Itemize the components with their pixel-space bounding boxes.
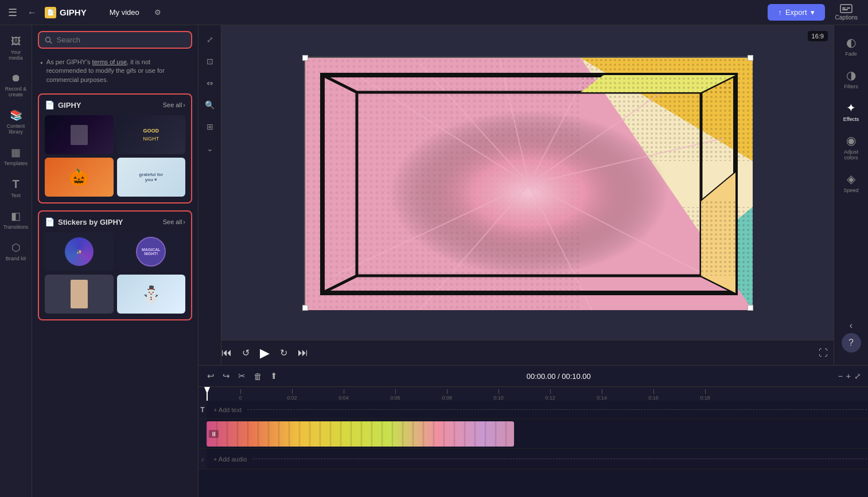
canvas-tools: ⤢ ⊡ ⇔ 🔍 ⊞ ⌄ — [198, 25, 221, 365]
list-item[interactable]: ✨ — [45, 232, 114, 271]
stickers-see-all[interactable]: See all › — [163, 218, 185, 225]
speed-tool[interactable]: ◈ Speed — [835, 167, 867, 198]
app-logo: 📄 GIPHY — [45, 7, 87, 18]
audio-track: ♪ + Add audio — [198, 449, 868, 469]
list-item[interactable]: grateful foryou ♥ — [117, 158, 186, 197]
zoom-tool[interactable]: 🔍 — [201, 96, 219, 114]
sidebar-item-content-library[interactable]: 📚 Contentlibrary — [1, 104, 31, 139]
svg-rect-3 — [847, 7, 850, 9]
ruler-mark-10: 0:10 — [473, 389, 524, 401]
sidebar-label-templates: Templates — [4, 161, 28, 166]
video-track-label — [198, 419, 207, 448]
timeline-time-display: 00:00.00 / 00:10.00 — [284, 372, 834, 381]
filters-tool[interactable]: ◑ Filters — [835, 64, 867, 94]
sidebar-item-text[interactable]: T Text — [1, 173, 31, 203]
add-text-button[interactable]: + Add text — [208, 406, 242, 413]
video-track: ⏸ — [198, 419, 868, 449]
upload-clip-button[interactable]: ⬆ — [268, 369, 279, 383]
fade-tool[interactable]: ◐ Fade — [835, 31, 867, 61]
fullscreen-button[interactable]: ⛶ — [819, 348, 828, 358]
resize-handle-br[interactable] — [748, 305, 753, 311]
panel-notice: ● As per GIPHY's terms of use, it is not… — [32, 54, 198, 91]
rewind-button[interactable]: ↺ — [242, 347, 250, 358]
canvas-container: 16:9 ⏮ ↺ ▶ ↻ ⏭ ⛶ — [221, 25, 834, 365]
resize-handle-tl[interactable] — [302, 55, 308, 61]
giphy-see-all[interactable]: See all › — [163, 101, 185, 108]
video-clip[interactable]: ⏸ — [207, 421, 514, 447]
flip-tool[interactable]: ⇔ — [201, 75, 219, 92]
skip-back-button[interactable]: ⏮ — [221, 347, 232, 359]
canvas-area: 16:9 — [221, 25, 834, 340]
tab-my-video[interactable]: My video — [104, 6, 145, 19]
sidebar-item-brand-kit[interactable]: ⬡ Brand kit — [1, 237, 31, 266]
list-item[interactable]: ⛄ — [117, 275, 186, 314]
resize-handle-tr[interactable] — [748, 55, 753, 61]
collapse-button[interactable]: ‹ — [850, 320, 853, 331]
ruler-mark-04: 0:04 — [318, 389, 369, 401]
list-item[interactable] — [45, 115, 114, 154]
ruler-mark-14: 0:14 — [576, 389, 628, 401]
giphy-title-text: GIPHY — [58, 101, 81, 109]
canvas-frame[interactable] — [304, 57, 752, 309]
list-item[interactable]: GOOD NIGHT — [117, 115, 186, 154]
transitions-icon: ◧ — [11, 210, 21, 222]
list-item[interactable]: MAGICALNIGHT! — [117, 232, 186, 271]
play-button[interactable]: ▶ — [260, 346, 270, 361]
cut-button[interactable]: ✂ — [236, 369, 247, 383]
skip-forward-button[interactable]: ⏭ — [298, 347, 308, 359]
add-audio-button[interactable]: + Add audio — [208, 456, 247, 463]
undo-button[interactable]: ↩ — [205, 369, 216, 383]
redo-button[interactable]: ↪ — [221, 369, 232, 383]
delete-button[interactable]: 🗑 — [252, 370, 264, 383]
record-icon: ⏺ — [11, 72, 21, 84]
sidebar-item-transitions[interactable]: ◧ Transitions — [1, 205, 31, 234]
effects-tool[interactable]: ✦ Effects — [835, 96, 867, 127]
left-sidebar: 🖼 Your media ⏺ Record &create 📚 Contentl… — [0, 25, 32, 497]
down-tool[interactable]: ⌄ — [201, 140, 219, 157]
search-input[interactable] — [57, 36, 185, 44]
adjust-colors-tool[interactable]: ◉ Adjust colors — [835, 129, 867, 165]
zoom-in-button[interactable]: + — [846, 371, 851, 381]
export-button[interactable]: ↑ Export ▾ — [768, 4, 824, 21]
crop-tool[interactable]: ⊡ — [201, 53, 219, 70]
list-item[interactable] — [45, 275, 114, 314]
sidebar-item-your-media[interactable]: 🖼 Your media — [1, 31, 31, 65]
sidebar-label-text: Text — [11, 193, 21, 198]
forward-button[interactable]: ↻ — [280, 347, 287, 358]
sidebar-item-templates[interactable]: ▦ Templates — [1, 142, 31, 171]
ruler-mark-08: 0:08 — [421, 389, 473, 401]
help-button[interactable]: ? — [842, 333, 861, 353]
content-library-icon: 📚 — [10, 109, 22, 122]
stickers-title-icon: 📄 — [45, 217, 55, 226]
ruler-mark-18: 0:18 — [679, 389, 731, 401]
timeline-area: ↩ ↪ ✂ 🗑 ⬆ 00:00.00 / 00:10.00 − + ⤢ — [198, 365, 868, 497]
back-button[interactable]: ← — [25, 5, 39, 20]
resize-handle-bl[interactable] — [302, 305, 308, 311]
aspect-ratio-badge: 16:9 — [808, 31, 828, 41]
captions-button[interactable]: Captions — [831, 2, 862, 23]
expand-tool[interactable]: ⤢ — [201, 31, 219, 48]
expand-timeline-button[interactable]: ⤢ — [854, 371, 861, 381]
timeline-toolbar: ↩ ↪ ✂ 🗑 ⬆ 00:00.00 / 00:10.00 − + ⤢ — [198, 366, 868, 387]
list-item[interactable]: 🎃 — [45, 158, 114, 197]
search-container — [38, 31, 192, 49]
filters-label: Filters — [844, 84, 858, 89]
speed-label: Speed — [843, 187, 858, 193]
menu-icon[interactable]: ☰ — [6, 4, 20, 21]
sidebar-label-record: Record &create — [5, 86, 27, 97]
playback-controls: ⏮ ↺ ▶ ↻ ⏭ ⛶ — [221, 340, 834, 365]
svg-rect-1 — [842, 7, 846, 9]
sidebar-item-record-create[interactable]: ⏺ Record &create — [1, 68, 31, 102]
align-tool[interactable]: ⊞ — [201, 118, 219, 135]
stickers-section-title: 📄 Stickers by GIPHY — [45, 217, 123, 226]
logo-text: GIPHY — [60, 7, 87, 17]
zoom-out-button[interactable]: − — [838, 371, 843, 381]
text-track: T + Add text — [198, 401, 868, 419]
notice-text: As per GIPHY's terms of use, it is not r… — [46, 58, 190, 84]
timeline-content: 0 0:02 0:04 0:06 0:08 0:10 0:12 0:14 0:1… — [198, 387, 868, 497]
ruler-marks: 0 0:02 0:04 0:06 0:08 0:10 0:12 0:14 0:1… — [198, 387, 868, 401]
video-preview — [305, 58, 753, 310]
clip-pause-indicator: ⏸ — [209, 430, 219, 438]
notice-bullet: ● — [40, 60, 43, 84]
tab-settings[interactable]: ⚙ — [149, 6, 167, 19]
